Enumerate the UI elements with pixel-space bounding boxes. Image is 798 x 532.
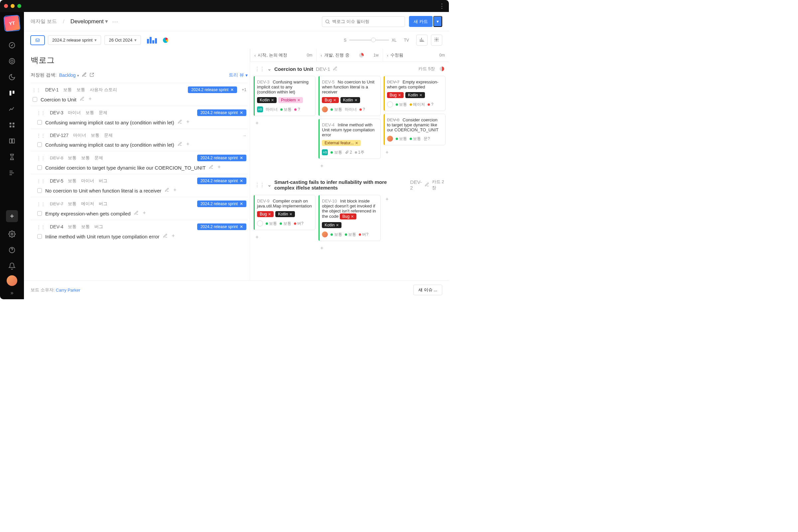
issue-checkbox[interactable]: [37, 211, 42, 216]
swimlane-name[interactable]: Smart-casting fails to infer nullability…: [274, 179, 407, 191]
card-id[interactable]: DEV-7: [387, 79, 400, 84]
card[interactable]: DEV-7 Empty expression-when gets compile…: [383, 76, 445, 111]
new-issue-button[interactable]: 새 이슈 ...: [413, 285, 442, 295]
add-sub-icon[interactable]: [173, 188, 177, 193]
tag-kotlin[interactable]: Kotlin ✕: [275, 211, 295, 217]
card-column[interactable]: DEV-5 No coercion to Unit when function …: [318, 76, 380, 172]
column-header[interactable]: ‹ 시작, 논의 예정 0m: [250, 49, 316, 61]
breadcrumb-root[interactable]: 애자일 보드: [31, 18, 57, 25]
issue-checkbox[interactable]: [37, 142, 42, 147]
collapse-icon[interactable]: ‹: [254, 53, 256, 58]
saved-search-link[interactable]: Backlog: [59, 73, 79, 78]
drag-handle-icon[interactable]: ⋮⋮: [37, 225, 45, 229]
new-card-button[interactable]: 새 카드: [409, 16, 433, 27]
add-card-button[interactable]: [318, 244, 380, 254]
assignee-avatar[interactable]: [387, 136, 393, 141]
add-card-button[interactable]: [253, 233, 316, 243]
tag-bug[interactable]: Bug ✕: [387, 92, 404, 98]
issue-checkbox[interactable]: [37, 120, 42, 125]
collapse-swimlane-icon[interactable]: ⌄: [267, 182, 272, 188]
card-id[interactable]: DEV-10: [322, 198, 337, 204]
tag-kotlin[interactable]: Kotlin ✕: [322, 222, 341, 228]
card-id[interactable]: DEV-4: [322, 122, 335, 127]
add-sub-icon[interactable]: [186, 119, 190, 125]
sprint-pill[interactable]: 2024.2 release sprint ✕: [197, 109, 246, 116]
nav-item-notifications[interactable]: [5, 259, 19, 273]
tag-problem[interactable]: Problem ✕: [278, 97, 303, 103]
tag-bug[interactable]: Bug ✕: [322, 97, 339, 103]
swimlane-id[interactable]: DEV-1: [316, 66, 330, 72]
tag-bug[interactable]: Bug ✕: [340, 213, 357, 220]
chart-button[interactable]: [416, 35, 428, 45]
card-id[interactable]: DEV-9: [257, 198, 270, 204]
drag-handle-icon[interactable]: ⋮⋮: [37, 178, 45, 184]
issue-id[interactable]: DEV-7: [50, 201, 63, 207]
card-id[interactable]: DEV-3: [257, 79, 270, 84]
edit-icon[interactable]: [333, 66, 338, 72]
tag-kotlin[interactable]: Kotlin ✕: [405, 92, 425, 98]
card[interactable]: DEV-5 No coercion to Unit when function …: [318, 76, 380, 116]
issue-id[interactable]: DEV-5: [50, 178, 63, 184]
add-sub-icon[interactable]: [142, 210, 147, 216]
card-size-slider[interactable]: S XL: [344, 38, 397, 42]
assignee-avatar[interactable]: [322, 231, 328, 238]
assignee-avatar[interactable]: [257, 221, 263, 226]
open-external-icon[interactable]: [90, 72, 94, 78]
issue-id[interactable]: DEV-3: [50, 110, 63, 115]
tag-kotlin[interactable]: Kotlin ✕: [257, 97, 277, 103]
edit-icon[interactable]: [177, 141, 182, 148]
backlog-row[interactable]: ⋮⋮ DEV-4보통보통버그2024.2 release sprint ✕ In…: [31, 220, 248, 243]
board-more-icon[interactable]: ⋯: [112, 18, 118, 25]
nav-item-gantt[interactable]: [5, 166, 19, 179]
edit-search-icon[interactable]: [82, 72, 87, 78]
arrow-icon[interactable]: →: [242, 133, 246, 138]
card[interactable]: DEV-8 Consider coercion to target type d…: [383, 114, 445, 145]
board-selector[interactable]: Development ▾: [71, 18, 108, 25]
sprint-selector[interactable]: 2024.2 release sprint▾: [48, 35, 101, 45]
backlog-row[interactable]: ⋮⋮ DEV-7보통메이저버그2024.2 release sprint ✕ E…: [31, 197, 248, 220]
nav-item-settings[interactable]: [5, 227, 19, 241]
date-selector[interactable]: 26 Oct 2024▾: [104, 35, 141, 45]
collapse-swimlane-icon[interactable]: ⌄: [267, 66, 272, 72]
collapse-icon[interactable]: ‹: [321, 53, 322, 58]
swimlane-id[interactable]: DEV-2: [410, 179, 422, 191]
add-sub-icon[interactable]: [88, 96, 92, 102]
chart-pie-icon[interactable]: [163, 38, 168, 43]
nav-item-help[interactable]: [5, 243, 19, 257]
add-sub-icon[interactable]: [217, 165, 222, 171]
swimlane-header[interactable]: ⋮⋮ ⌄ Smart-casting fails to infer nullab…: [250, 175, 449, 195]
search-input[interactable]: [332, 19, 402, 24]
board-settings-button[interactable]: [431, 35, 442, 45]
edit-icon[interactable]: [209, 165, 213, 171]
issue-id[interactable]: DEV-4: [50, 224, 63, 229]
column-header[interactable]: ‹ 수정됨 0m: [383, 49, 449, 61]
add-card-button[interactable]: [383, 195, 445, 205]
swimlane-name[interactable]: Coercion to Unit: [274, 66, 313, 72]
backlog-row[interactable]: ⋮⋮ DEV-3마이너보통문제2024.2 release sprint ✕ C…: [31, 106, 248, 129]
tag-bug[interactable]: Bug ✕: [257, 211, 274, 217]
edit-icon[interactable]: [424, 182, 429, 188]
issue-title[interactable]: Empty expression-when gets compiled: [45, 211, 131, 216]
card-id[interactable]: DEV-8: [387, 117, 400, 122]
nav-item-apps[interactable]: [5, 118, 19, 132]
new-card-dropdown[interactable]: ▾: [433, 16, 442, 27]
backlog-row[interactable]: ⋮⋮ DEV-1보통보통사용자 스토리2024.2 release sprint…: [31, 83, 248, 106]
card-column[interactable]: DEV-3 Confusing warning implicit cast to…: [253, 76, 316, 172]
add-card-button[interactable]: [318, 162, 380, 172]
add-card-button[interactable]: [383, 148, 445, 158]
backlog-toggle-button[interactable]: [31, 36, 44, 45]
chart-bars-icon[interactable]: [147, 37, 157, 43]
edit-icon[interactable]: [134, 210, 139, 216]
search-box[interactable]: [322, 16, 405, 27]
tag-kotlin[interactable]: Kotlin ✕: [341, 97, 360, 103]
issue-title[interactable]: Coercion to Unit: [41, 97, 76, 102]
nav-item-target[interactable]: [5, 55, 19, 68]
issue-checkbox[interactable]: [37, 188, 42, 193]
sprint-pill[interactable]: 2024.2 release sprint ✕: [197, 177, 246, 184]
user-avatar[interactable]: [7, 275, 17, 286]
edit-icon[interactable]: [163, 233, 168, 240]
nav-item-dashboard[interactable]: [5, 39, 19, 52]
sprint-pill[interactable]: 2024.2 release sprint ✕: [188, 87, 237, 93]
card[interactable]: DEV-10 Init block inside object doesn't …: [318, 195, 380, 241]
drag-handle-icon[interactable]: ⋮⋮: [37, 133, 45, 138]
